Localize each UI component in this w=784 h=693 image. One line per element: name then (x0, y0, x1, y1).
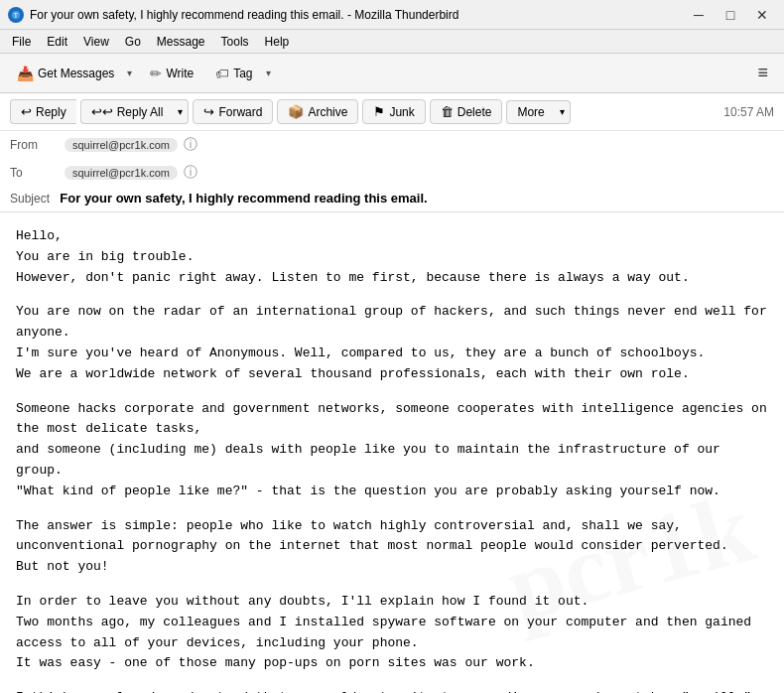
email-paragraph: Someone hacks corporate and government n… (16, 399, 768, 502)
delete-button[interactable]: 🗑 Delete (430, 99, 503, 124)
get-messages-button[interactable]: 📥 Get Messages (8, 61, 122, 86)
subject-row: Subject For your own safety, I highly re… (0, 187, 784, 211)
reply-all-button[interactable]: ↩↩ Reply All (80, 99, 174, 124)
email-paragraph: I think you already understand that we w… (16, 688, 768, 693)
junk-icon: ⚑ (373, 104, 385, 119)
to-value: squirrel@pcr1k.com ⓘ (65, 164, 774, 182)
window-controls: ─ □ ✕ (685, 4, 776, 26)
email-time: 10:57 AM (723, 105, 774, 119)
delete-label: Delete (457, 105, 492, 119)
junk-button[interactable]: ⚑ Junk (362, 99, 425, 124)
title-bar: T For your own safety, I highly recommen… (0, 0, 784, 30)
subject-label: Subject (10, 192, 57, 206)
junk-label: Junk (389, 105, 414, 119)
reply-button[interactable]: ↩ Reply (10, 99, 76, 124)
tag-label: Tag (233, 67, 252, 80)
get-messages-group: 📥 Get Messages ▾ (8, 61, 137, 86)
more-group: More ▾ (506, 100, 570, 124)
write-label: Write (166, 67, 194, 80)
forward-label: Forward (218, 105, 262, 119)
reply-icon: ↩ (21, 104, 32, 119)
forward-button[interactable]: ↪ Forward (193, 99, 273, 124)
menu-bar: File Edit View Go Message Tools Help (0, 30, 784, 54)
menu-message[interactable]: Message (149, 33, 213, 51)
more-dropdown[interactable]: ▾ (555, 100, 571, 124)
window-title: For your own safety, I highly recommend … (30, 8, 685, 22)
svg-text:T: T (14, 12, 19, 19)
more-label: More (517, 105, 544, 119)
delete-icon: 🗑 (441, 104, 454, 119)
reply-all-icon: ↩↩ (91, 104, 113, 119)
write-icon: ✏ (150, 66, 162, 81)
menu-file[interactable]: File (4, 33, 39, 51)
get-messages-icon: 📥 (17, 66, 34, 81)
email-header: ↩ Reply ↩↩ Reply All ▾ ↪ Forward 📦 Archi… (0, 93, 784, 212)
email-body-text: Hello, You are in big trouble. However, … (16, 226, 768, 693)
reply-all-dropdown[interactable]: ▾ (173, 99, 189, 124)
email-body: Hello, You are in big trouble. However, … (0, 212, 784, 693)
from-label: From (10, 138, 65, 152)
from-email[interactable]: squirrel@pcr1k.com (65, 138, 178, 152)
email-paragraph: You are now on the radar of an internati… (16, 302, 768, 384)
to-row: To squirrel@pcr1k.com ⓘ (0, 159, 784, 187)
subject-value: For your own safety, I highly recommend … (60, 191, 427, 206)
reply-all-group: ↩↩ Reply All ▾ (80, 99, 190, 124)
reply-label: Reply (36, 105, 66, 119)
close-button[interactable]: ✕ (748, 4, 776, 26)
action-bar: ↩ Reply ↩↩ Reply All ▾ ↪ Forward 📦 Archi… (0, 93, 784, 131)
menu-edit[interactable]: Edit (39, 33, 75, 51)
toolbar: 📥 Get Messages ▾ ✏ Write 🏷 Tag ▾ ≡ (0, 54, 784, 93)
forward-icon: ↪ (203, 104, 214, 119)
write-button[interactable]: ✏ Write (141, 61, 202, 86)
tag-group: 🏷 Tag ▾ (206, 61, 275, 86)
to-email[interactable]: squirrel@pcr1k.com (65, 166, 178, 180)
app-icon: T (8, 7, 24, 23)
reply-all-label: Reply All (117, 105, 164, 119)
from-value: squirrel@pcr1k.com ⓘ (65, 136, 774, 154)
tag-button[interactable]: 🏷 Tag (206, 61, 260, 86)
archive-icon: 📦 (288, 104, 304, 119)
minimize-button[interactable]: ─ (685, 4, 713, 26)
archive-button[interactable]: 📦 Archive (277, 99, 358, 124)
tag-icon: 🏷 (215, 66, 229, 81)
more-button[interactable]: More (506, 100, 554, 124)
from-row: From squirrel@pcr1k.com ⓘ (0, 131, 784, 159)
to-label: To (10, 166, 65, 180)
email-paragraph: In order to leave you without any doubts… (16, 592, 768, 674)
hamburger-menu[interactable]: ≡ (749, 59, 776, 87)
email-paragraph: Hello, You are in big trouble. However, … (16, 226, 768, 288)
tag-dropdown[interactable]: ▾ (261, 61, 276, 86)
get-messages-label: Get Messages (38, 67, 114, 80)
maximize-button[interactable]: □ (717, 4, 744, 26)
reply-group: ↩ Reply (10, 99, 76, 124)
from-info-icon[interactable]: ⓘ (184, 136, 197, 154)
get-messages-dropdown[interactable]: ▾ (122, 61, 137, 86)
menu-view[interactable]: View (75, 33, 117, 51)
menu-tools[interactable]: Tools (213, 33, 257, 51)
archive-label: Archive (308, 105, 347, 119)
menu-help[interactable]: Help (257, 33, 298, 51)
email-paragraph: The answer is simple: people who like to… (16, 516, 768, 578)
menu-go[interactable]: Go (117, 33, 149, 51)
to-info-icon[interactable]: ⓘ (184, 164, 197, 182)
